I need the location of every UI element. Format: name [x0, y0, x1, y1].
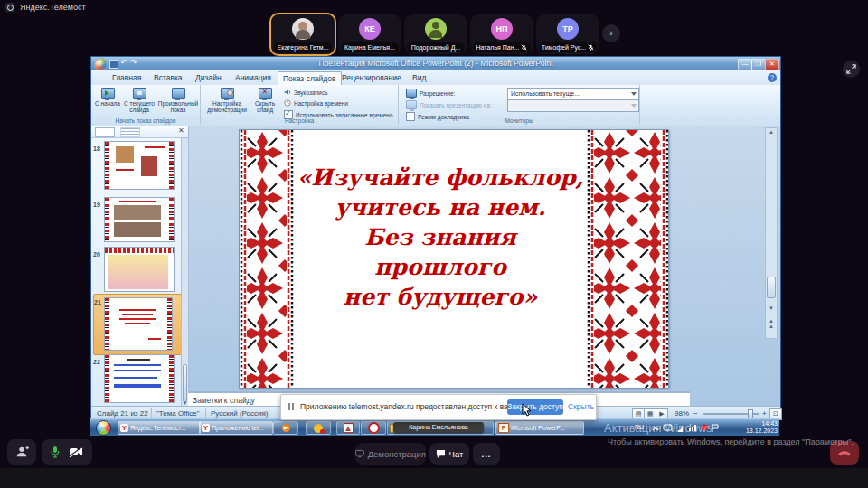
thumb-preview — [141, 156, 157, 176]
close-icon[interactable]: ✕ — [765, 59, 779, 70]
close-panel-icon[interactable]: ✕ — [178, 127, 184, 135]
taskbar-button-media-player[interactable]: ▶ — [273, 421, 298, 435]
participant-tile-podorozhny[interactable]: Подорожный Д... — [404, 14, 467, 54]
host-taskbar: e ➤ Z Y W РУС 14:42Ср 13.12.2 — [0, 468, 868, 488]
slide-thumbnail-22[interactable] — [104, 354, 175, 403]
powerpoint-icon: P — [498, 423, 509, 433]
thumb-preview — [116, 169, 134, 171]
mic-muted-icon — [521, 44, 527, 51]
thumb-preview — [105, 248, 174, 253]
slide-thumbnail-19[interactable] — [104, 197, 175, 242]
taskbar-button-telemost[interactable]: YЯндекс.Телемост... — [118, 421, 201, 435]
taskbar-button-image-editor[interactable] — [336, 421, 360, 435]
zoom-out-icon[interactable]: − — [693, 409, 698, 418]
slide-thumbnail-18[interactable] — [104, 141, 175, 190]
more-participants-button[interactable]: › — [602, 24, 620, 42]
tab-vid[interactable]: Вид — [408, 71, 430, 85]
taskbar-button-opera[interactable] — [361, 421, 386, 435]
activation-watermark-line1: Активация Windows — [604, 421, 712, 435]
pause-icon[interactable] — [288, 403, 290, 410]
slide-number: 21 — [94, 299, 101, 305]
slide-canvas[interactable]: «Изучайте фольклор, учитесь на нем. Без … — [239, 129, 669, 389]
slideshow-icon — [133, 88, 146, 99]
show-on-icon — [406, 100, 417, 109]
slide-thumbnail-21[interactable] — [104, 297, 173, 351]
tab-glavnaya[interactable]: Главная — [108, 71, 146, 85]
from-current-slide-button[interactable]: С текущего слайда — [122, 88, 156, 113]
chat-button[interactable]: Чат — [429, 443, 469, 465]
add-person-icon — [14, 446, 29, 458]
participant-name: Тимофей Рус... — [542, 42, 587, 52]
slide-ornament-right — [587, 130, 668, 388]
panel-scrollbar[interactable]: ▼ — [181, 137, 189, 408]
participant-tile-ekaterina[interactable]: Екатерина Гетм... — [269, 13, 336, 56]
help-icon[interactable]: ? — [768, 73, 777, 82]
expand-icon[interactable] — [843, 61, 860, 78]
thumb-preview — [148, 338, 161, 340]
share-screen-button[interactable]: Демонстрация — [355, 443, 426, 465]
setup-show-button[interactable]: Настройка демонстрации — [206, 88, 248, 113]
tab-dizayn[interactable]: Дизайн — [191, 71, 226, 85]
resolution-icon — [406, 89, 417, 98]
from-beginning-button[interactable]: С начала — [95, 88, 120, 107]
mouse-cursor — [522, 403, 532, 417]
yandex-icon: Y — [120, 424, 128, 432]
minimize-button[interactable]: — — [738, 59, 752, 70]
opera-icon — [368, 422, 380, 434]
previous-slide-icon[interactable]: ▲▲ — [766, 318, 777, 329]
slide-number: 18 — [93, 145, 100, 152]
scroll-down-icon[interactable]: ▼ — [766, 305, 777, 311]
hide-banner-button[interactable]: Скрыть — [568, 402, 594, 411]
tab-animatsiya[interactable]: Анимация — [231, 71, 276, 85]
thumb-preview — [114, 364, 161, 366]
thumb-preview — [116, 146, 134, 163]
camera-off-icon[interactable] — [69, 446, 83, 457]
group-label: Настройка — [201, 117, 398, 124]
ppt-titlebar[interactable]: ↶ ↷ Презентация Microsoft Office PowerPo… — [91, 57, 780, 70]
hide-slide-icon: ✕ — [259, 88, 272, 99]
pause-icon[interactable] — [292, 403, 294, 410]
stop-sharing-button[interactable]: Закрыть доступ — [507, 399, 563, 415]
participant-tile-karina[interactable]: КЕ Карина Емелья... — [338, 14, 401, 54]
taskbar-button-powerpoint[interactable]: P Microsoft PowerP... — [495, 421, 584, 435]
scroll-up-icon[interactable]: ▲ — [766, 129, 777, 135]
thumb-preview — [145, 146, 165, 148]
maximize-button[interactable]: ❐ — [751, 59, 766, 70]
avatar: ТР — [557, 18, 579, 40]
slides-tab-icon[interactable] — [95, 127, 115, 137]
slide-scrollbar-thumb[interactable] — [767, 277, 776, 298]
participant-name: Наталья Пан... — [476, 42, 520, 52]
hide-slide-button[interactable]: ✕ Скрыть слайд — [250, 88, 280, 113]
ribbon: С начала С текущего слайда Произвольный … — [91, 85, 780, 127]
tab-retsenzirovanie[interactable]: Рецензирование — [337, 71, 406, 85]
tab-pokaz-slaydov[interactable]: Показ слайдов — [278, 71, 342, 86]
avatar — [292, 18, 314, 40]
outline-tab-icon[interactable] — [120, 127, 140, 137]
zoom-in-icon[interactable]: + — [762, 409, 767, 418]
rehearse-timings-option[interactable]: Настройка времени — [284, 99, 348, 107]
tab-vstavka[interactable]: Вставка — [149, 71, 187, 85]
slide-number: 20 — [93, 251, 100, 258]
thumb-preview — [108, 255, 168, 289]
more-options-button[interactable]: ... — [473, 443, 500, 465]
taskbar-button-messenger[interactable] — [306, 421, 331, 435]
participant-tile-timofey[interactable]: ТР Тимофей Рус... — [536, 14, 599, 54]
start-button[interactable] — [96, 420, 111, 436]
record-narration-option[interactable]: Звукозапись — [284, 89, 327, 96]
slide-number: 22 — [93, 359, 100, 365]
custom-show-button[interactable]: Произвольный показ — [158, 88, 198, 113]
screen-share-banner: Приложению telemost.yandex.ru предоставл… — [280, 394, 597, 420]
mic-on-icon[interactable] — [51, 446, 60, 458]
taskbar-button-telemost-notice[interactable]: YПриложению tel... — [199, 421, 273, 435]
participant-name: Екатерина Гетм... — [278, 42, 329, 52]
avatar: КЕ — [359, 18, 381, 40]
resolution-dropdown[interactable]: Использовать текуще... — [507, 88, 639, 100]
tray-clock[interactable]: 14:4313.12.2023 — [738, 420, 778, 435]
thumb-preview — [122, 314, 153, 315]
thumb-preview — [114, 205, 161, 220]
slide-scrollbar[interactable]: ▲ ▼ ▲▲ — [765, 127, 778, 339]
panel-scrollbar-thumb[interactable] — [183, 364, 187, 402]
participant-tile-natalya[interactable]: НП Наталья Пан... — [470, 14, 533, 54]
add-participant-button[interactable] — [7, 439, 36, 465]
slide-thumbnail-20[interactable] — [104, 247, 175, 292]
